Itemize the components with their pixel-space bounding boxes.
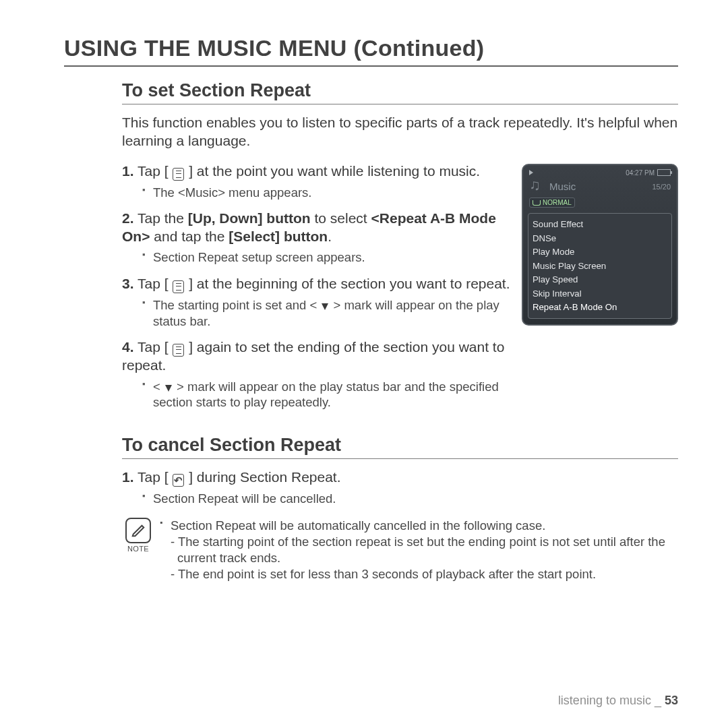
device-track-count: 15/20: [652, 183, 671, 191]
device-menu-item: Skip Interval: [533, 287, 667, 301]
device-menu-item: DNSe: [533, 232, 667, 245]
device-music-label: Music: [549, 181, 576, 192]
note-line-1: Section Repeat will be automatically can…: [160, 518, 678, 534]
title-rule: [64, 65, 678, 67]
page-footer: listening to music _ 53: [558, 694, 678, 708]
back-icon: ↶: [173, 474, 184, 487]
section-set-rule: [122, 104, 678, 104]
repeat-icon: [533, 200, 541, 206]
note-dash-1: - The starting point of the section repe…: [166, 534, 678, 566]
step-3-sub: The starting point is set and < > mark w…: [142, 297, 511, 329]
section-cancel-heading: To cancel Section Repeat: [122, 435, 678, 456]
menu-icon: [173, 344, 184, 357]
section-set-steps: 1. Tap [ ] at the point you want while l…: [122, 162, 522, 420]
music-note-icon: [529, 179, 545, 195]
step-1-sub: The <Music> menu appears.: [142, 185, 511, 201]
section-set-intro: This function enables you to listen to s…: [122, 114, 678, 150]
device-time: 04:27 PM: [626, 169, 655, 177]
section-set-heading: To set Section Repeat: [122, 80, 678, 101]
device-menu-item: Sound Effect: [533, 218, 667, 231]
device-menu-item: Play Speed: [533, 273, 667, 286]
note-label: NOTE: [122, 545, 154, 553]
play-icon: [529, 170, 533, 175]
battery-icon: [657, 169, 671, 176]
menu-icon: [173, 280, 184, 293]
cancel-step-1-sub: Section Repeat will be cancelled.: [142, 491, 667, 507]
page-title: USING THE MUSIC MENU (Continued): [64, 35, 678, 61]
note-icon: [125, 518, 151, 543]
cancel-step-1: 1. Tap [ ↶ ] during Section Repeat. Sect…: [122, 468, 667, 507]
menu-icon: [173, 168, 184, 181]
device-menu-item: Music Play Screen: [533, 260, 667, 273]
step-3: 3. Tap [ ] at the beginning of the secti…: [122, 275, 511, 329]
step-2-sub: Section Repeat setup screen appears.: [142, 249, 511, 266]
device-menu: Sound Effect DNSe Play Mode Music Play S…: [528, 213, 672, 319]
marker-icon: [165, 385, 172, 392]
device-mode-badge: NORMAL: [529, 198, 575, 208]
step-4: 4. Tap [ ] again to set the ending of th…: [122, 338, 511, 411]
section-cancel-rule: [122, 458, 678, 459]
marker-icon: [322, 303, 328, 310]
device-menu-item-selected: Repeat A-B Mode On: [533, 301, 667, 314]
step-2: 2. Tap the [Up, Down] button to select <…: [122, 210, 511, 266]
note-dash-2: - The end point is set for less than 3 s…: [166, 566, 678, 582]
device-screenshot: 04:27 PM Music 15/20 NORMAL Sound Effect…: [522, 164, 678, 326]
section-cancel-steps: 1. Tap [ ↶ ] during Section Repeat. Sect…: [122, 468, 678, 507]
note-block: NOTE Section Repeat will be automaticall…: [122, 518, 678, 582]
step-1: 1. Tap [ ] at the point you want while l…: [122, 162, 511, 201]
device-menu-item: Play Mode: [533, 245, 667, 259]
step-4-sub: < > mark will appear on the play status …: [142, 379, 511, 411]
